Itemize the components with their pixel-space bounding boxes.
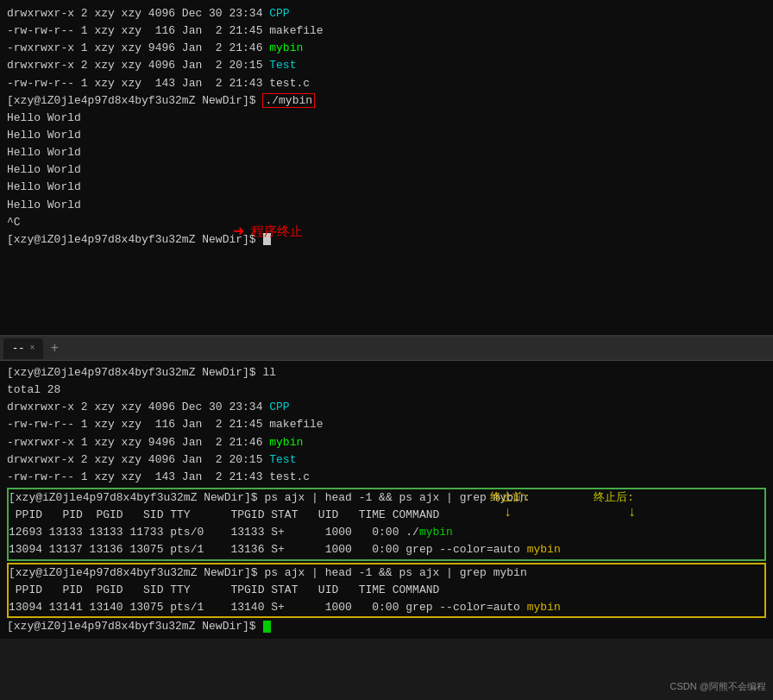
bottom-cpp-label: CPP (269, 400, 289, 413)
bottom-mybin-label: mybin (269, 436, 303, 449)
terminal-top: drwxrwxr-x 2 xzy xzy 4096 Dec 30 23:34 C… (0, 0, 773, 337)
bottom-cpp: drwxrwxr-x 2 xzy xzy 4096 Dec 30 23:34 C… (7, 399, 766, 416)
tab-label: -- (12, 343, 24, 355)
tab-add-button[interactable]: + (45, 341, 64, 356)
annotation-program-stop: ➜ 程序终止 (233, 220, 303, 243)
program-stop-label: 程序终止 (251, 224, 303, 240)
table1-header: PPID PID PGID SID TTY TPGID STAT UID TIM… (9, 507, 764, 524)
tab-active[interactable]: -- × (3, 338, 43, 359)
bottom-test-label: Test (269, 453, 296, 466)
arrow-down-after-icon: ↓ (628, 505, 637, 520)
hello-3: Hello World (7, 144, 766, 161)
arrow-down-before-icon: ↓ (504, 505, 512, 520)
tab-close-button[interactable]: × (29, 344, 35, 353)
table2-row-1: 13094 13141 13140 13075 pts/1 13140 S+ 1… (9, 599, 764, 616)
table1-row-1: 12693 13133 13133 11733 pts/0 13133 S+ 1… (9, 524, 764, 541)
watermark: CSDN @阿熊不会编程 (670, 680, 766, 693)
line-5: -rw-rw-r-- 1 xzy xzy 143 Jan 2 21:43 tes… (7, 75, 766, 92)
head-cmd: head (325, 491, 352, 504)
run-mybin-cmd: ./mybin (262, 93, 315, 108)
bottom-cmd2: [xzy@iZ0jle4p97d8x4byf3u32mZ NewDir]$ ps… (9, 564, 764, 582)
cursor-bottom (263, 621, 271, 633)
table1-row-2: 13094 13137 13136 13075 pts/1 13136 S+ 1… (9, 541, 764, 558)
hello-5: Hello World (7, 179, 766, 196)
test-label: Test (269, 59, 296, 72)
bottom-makefile: -rw-rw-r-- 1 xzy xzy 116 Jan 2 21:45 mak… (7, 416, 766, 433)
mybin-val-2: mybin (527, 543, 561, 556)
hello-1: Hello World (7, 110, 766, 127)
annotation-before-label: 终止前: (490, 489, 531, 505)
cmd2-box: [xzy@iZ0jle4p97d8x4byf3u32mZ NewDir]$ ps… (7, 563, 766, 618)
mybin-label-1: mybin (269, 41, 303, 54)
bottom-test: drwxrwxr-x 2 xzy xzy 4096 Jan 2 20:15 Te… (7, 451, 766, 469)
arrow-red-icon: ➜ (233, 220, 244, 243)
line-3: -rwxrwxr-x 1 xzy xzy 9496 Jan 2 21:46 my… (7, 40, 766, 57)
hello-6: Hello World (7, 197, 766, 214)
mybin-val-1: mybin (419, 526, 453, 539)
cmd1-box: [xzy@iZ0jle4p97d8x4byf3u32mZ NewDir]$ ps… (7, 488, 766, 561)
bottom-prompt-ll: [xzy@iZ0jle4p97d8x4byf3u32mZ NewDir]$ ll (7, 364, 766, 382)
bottom-testc: -rw-rw-r-- 1 xzy xzy 143 Jan 2 21:43 tes… (7, 469, 766, 486)
prompt-run-mybin: [xzy@iZ0jle4p97d8x4byf3u32mZ NewDir]$ ./… (7, 92, 766, 110)
bottom-total: total 28 (7, 382, 766, 399)
prompt-after-kill: [xzy@iZ0jle4p97d8x4byf3u32mZ NewDir]$ (7, 231, 766, 249)
terminal-bottom: [xzy@iZ0jle4p97d8x4byf3u32mZ NewDir]$ ll… (0, 361, 773, 639)
table2-header: PPID PID PGID SID TTY TPGID STAT UID TIM… (9, 582, 764, 599)
tab-bar: -- × + (0, 337, 773, 361)
bottom-last-prompt: [xzy@iZ0jle4p97d8x4byf3u32mZ NewDir]$ (7, 618, 766, 635)
annotation-after-label: 终止后: (594, 489, 634, 505)
hello-2: Hello World (7, 127, 766, 144)
ctrl-c-line: ^C (7, 214, 766, 231)
bottom-mybin: -rwxrwxr-x 1 xzy xzy 9496 Jan 2 21:46 my… (7, 434, 766, 451)
line-1: drwxrwxr-x 2 xzy xzy 4096 Dec 30 23:34 C… (7, 5, 766, 22)
hello-4: Hello World (7, 161, 766, 179)
mybin-val-3: mybin (527, 601, 561, 614)
cpp-label: CPP (269, 7, 289, 20)
line-4: drwxrwxr-x 2 xzy xzy 4096 Jan 2 20:15 Te… (7, 57, 766, 74)
line-2: -rw-rw-r-- 1 xzy xzy 116 Jan 2 21:45 mak… (7, 22, 766, 40)
bottom-cmd1: [xzy@iZ0jle4p97d8x4byf3u32mZ NewDir]$ ps… (9, 489, 764, 507)
